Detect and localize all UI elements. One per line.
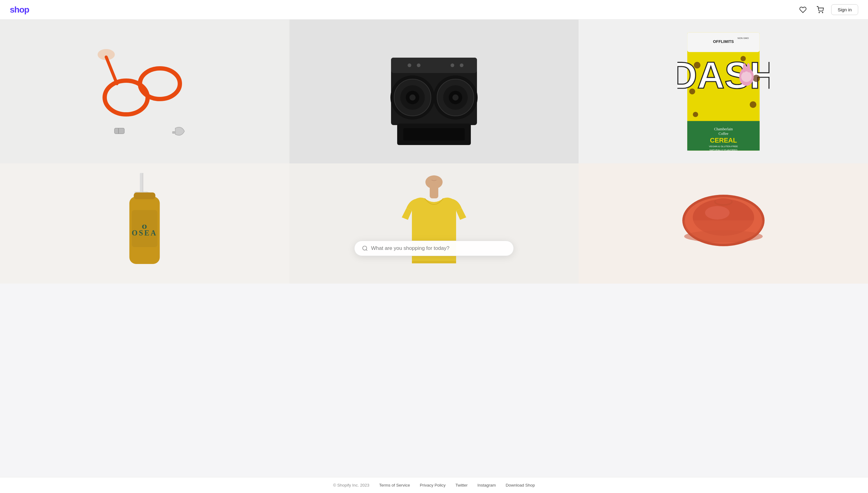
product-card-dog-leash[interactable] — [0, 20, 289, 164]
footer-link-privacy[interactable]: Privacy Policy — [420, 483, 446, 488]
cart-button[interactable] — [814, 4, 826, 16]
svg-point-0 — [819, 12, 820, 13]
search-input[interactable] — [371, 245, 506, 251]
app-logo[interactable]: shop — [10, 5, 29, 15]
svg-point-1 — [822, 12, 823, 13]
svg-text:NON GMO: NON GMO — [738, 37, 749, 40]
svg-rect-59 — [430, 186, 438, 198]
svg-point-68 — [363, 246, 367, 250]
svg-point-19 — [409, 94, 416, 101]
footer-link-twitter[interactable]: Twitter — [456, 483, 468, 488]
product-card-soap[interactable]: O O OSEA — [0, 164, 289, 284]
svg-point-39 — [741, 71, 752, 82]
svg-point-34 — [752, 75, 760, 82]
heart-icon — [799, 6, 807, 14]
svg-text:OSEA: OSEA — [132, 229, 158, 237]
svg-point-12 — [417, 63, 421, 67]
product-card-cereal[interactable]: OFFLIMITS NON GMO DASH — [579, 20, 868, 164]
svg-rect-60 — [412, 261, 456, 263]
wishlist-button[interactable] — [797, 4, 809, 16]
svg-rect-6 — [115, 128, 124, 134]
svg-rect-52 — [134, 192, 155, 199]
soap-image: O O OSEA — [111, 170, 178, 277]
svg-text:OFFLIMITS: OFFLIMITS — [713, 39, 734, 44]
svg-text:NATURALLY FLAVORED: NATURALLY FLAVORED — [709, 149, 737, 151]
svg-text:Coffee: Coffee — [719, 132, 728, 136]
svg-point-24 — [452, 94, 459, 101]
svg-point-14 — [460, 63, 463, 67]
svg-line-69 — [366, 250, 367, 251]
svg-rect-8 — [172, 131, 176, 134]
shirt-image — [391, 171, 477, 276]
footer-link-tos[interactable]: Terms of Service — [379, 483, 410, 488]
svg-point-40 — [743, 63, 746, 72]
footer-link-download[interactable]: Download Shop — [506, 483, 535, 488]
svg-rect-48 — [140, 173, 143, 193]
container-image — [681, 187, 766, 260]
svg-point-32 — [694, 62, 700, 68]
svg-rect-10 — [391, 58, 477, 73]
footer-copyright: © Shopify Inc. 2023 — [333, 483, 369, 488]
product-card-speaker[interactable] — [289, 20, 579, 164]
svg-point-35 — [689, 89, 695, 94]
svg-text:VEGAN & GLUTEN-FREE: VEGAN & GLUTEN-FREE — [709, 145, 738, 148]
svg-point-66 — [715, 199, 731, 204]
footer-link-instagram[interactable]: Instagram — [478, 483, 496, 488]
signin-button[interactable]: Sign in — [831, 4, 858, 15]
product-card-shirt[interactable] — [289, 164, 579, 284]
svg-point-13 — [450, 63, 454, 67]
app-header: shop Sign in — [0, 0, 868, 20]
svg-point-4 — [140, 68, 180, 99]
speaker-image — [385, 33, 483, 150]
header-actions: Sign in — [797, 4, 858, 16]
svg-point-41 — [747, 63, 750, 72]
svg-point-33 — [740, 56, 746, 61]
cereal-image: OFFLIMITS NON GMO DASH — [678, 26, 769, 157]
dog-leash-image — [89, 36, 200, 147]
svg-point-36 — [749, 101, 756, 108]
cart-icon — [816, 6, 824, 14]
svg-line-5 — [106, 57, 117, 84]
search-icon — [362, 245, 368, 251]
product-card-container[interactable] — [579, 164, 868, 284]
svg-rect-26 — [403, 128, 465, 141]
main-content: OFFLIMITS NON GMO DASH — [0, 20, 868, 477]
svg-text:CEREAL: CEREAL — [710, 137, 737, 144]
svg-point-64 — [705, 206, 730, 219]
search-overlay — [354, 241, 514, 256]
svg-point-37 — [693, 112, 698, 117]
svg-text:Chamberlain: Chamberlain — [714, 127, 733, 131]
svg-point-11 — [408, 63, 411, 67]
app-footer: © Shopify Inc. 2023 Terms of Service Pri… — [0, 477, 868, 493]
search-bar[interactable] — [354, 241, 514, 256]
